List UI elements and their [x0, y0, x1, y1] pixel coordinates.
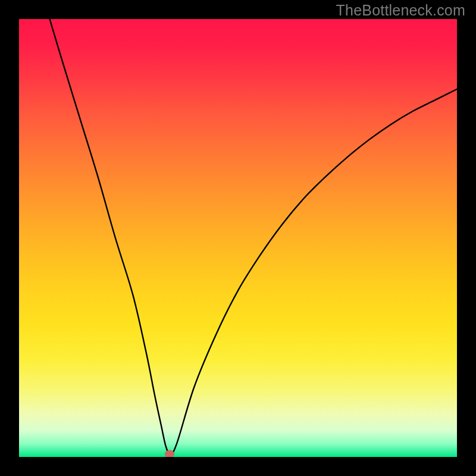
chart-frame: TheBottleneck.com: [0, 0, 476, 476]
watermark-text: TheBottleneck.com: [336, 2, 465, 19]
bottleneck-curve: [19, 19, 457, 457]
minimum-marker: [165, 450, 174, 457]
plot-area: [19, 19, 457, 457]
